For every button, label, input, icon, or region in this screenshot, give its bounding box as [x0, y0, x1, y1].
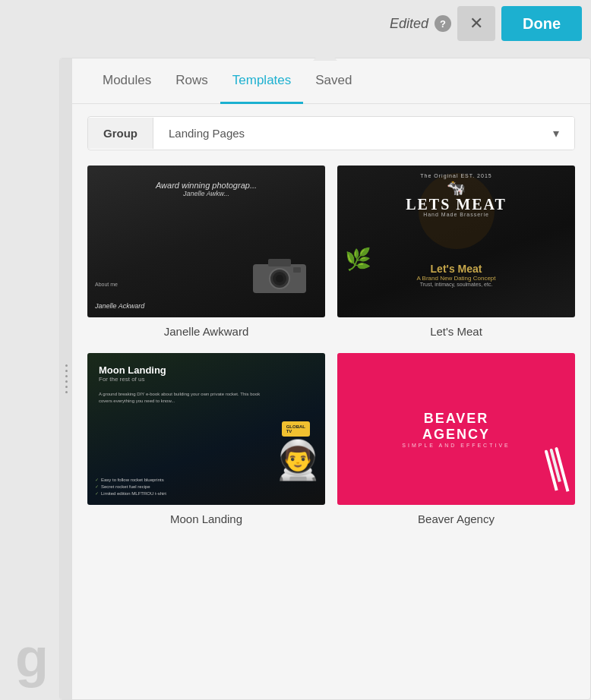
svg-point-4: [276, 275, 283, 282]
top-bar: Edited ? ✕ Done: [381, 0, 591, 47]
template-thumb-moon: Moon Landing For the rest of us A ground…: [87, 353, 325, 505]
moon-bullet-1: Easy to follow rocket blueprints: [95, 477, 166, 482]
template-grid: Award winning photograp... Janelle Awkw.…: [87, 166, 575, 528]
beaver-pencils-icon: [545, 447, 570, 495]
thumb-inner-moon: Moon Landing For the rest of us A ground…: [87, 353, 325, 505]
janelle-signature: Janelle Ackward: [95, 302, 144, 310]
drag-dot: [65, 370, 68, 372]
tab-saved[interactable]: Saved: [303, 58, 364, 104]
template-label-moon: Moon Landing: [87, 505, 325, 528]
panel-wrapper: Modules Rows Templates Saved Group Landi…: [59, 47, 591, 700]
tab-modules[interactable]: Modules: [90, 58, 163, 104]
drag-dot: [65, 380, 68, 383]
tabs-container: Modules Rows Templates Saved: [72, 58, 590, 104]
landing-pages-label: Landing Pages: [169, 127, 245, 140]
panel-arrow: [313, 47, 337, 61]
janelle-header-text: Award winning photograp... Janelle Awkw.…: [156, 181, 257, 197]
template-card-beaver[interactable]: BEAVER AGENCY SIMPLE AND EFFECTIVE Beav: [337, 353, 575, 528]
template-thumb-beaver: BEAVER AGENCY SIMPLE AND EFFECTIVE: [337, 353, 575, 505]
letsmeat-concept-sub: A Brand New Dating Concept: [416, 275, 495, 282]
drag-handle[interactable]: [60, 58, 72, 699]
letsmeat-subtitle: Hand Made Brasserie: [406, 212, 507, 217]
moon-bullet-2: Secret rocket fuel recipe: [95, 484, 166, 489]
moon-bullets-section: Easy to follow rocket blueprints Secret …: [95, 477, 166, 497]
moon-sub-title: For the rest of us: [99, 376, 166, 383]
tab-templates[interactable]: Templates: [220, 58, 303, 104]
thumb-inner-letsmeat: The Original EST. 2015 🐄 LETS MEAT Hand …: [337, 166, 575, 317]
template-label-letsmeat: Let's Meat: [337, 317, 575, 341]
svg-rect-5: [293, 267, 301, 273]
edited-label: Edited: [390, 16, 428, 32]
beaver-main-title: BEAVER AGENCY: [397, 411, 516, 443]
letsmeat-desc-text: Trust, intimacy, soulmates, etc.: [416, 282, 495, 287]
moon-astronaut-icon: 👨‍🚀: [274, 438, 321, 482]
camera-icon: [249, 253, 310, 295]
moon-tv-badge: GLOBALTV: [282, 421, 310, 437]
template-thumb-janelle: Award winning photograp... Janelle Awkw.…: [87, 166, 325, 317]
thumb-inner-beaver: BEAVER AGENCY SIMPLE AND EFFECTIVE: [337, 353, 575, 505]
done-button[interactable]: Done: [501, 6, 582, 41]
letsmeat-est-text: The Original EST. 2015: [406, 173, 507, 178]
template-label-beaver: Beaver Agency: [337, 505, 575, 528]
letsmeat-cow-icon: 🐄: [406, 178, 507, 197]
beaver-sub-title: SIMPLE AND EFFECTIVE: [397, 443, 516, 448]
chevron-down-icon: ▾: [553, 126, 559, 140]
panel: Modules Rows Templates Saved Group Landi…: [59, 58, 591, 700]
close-button[interactable]: ✕: [457, 6, 495, 41]
beaver-title-section: BEAVER AGENCY SIMPLE AND EFFECTIVE: [397, 411, 516, 448]
group-selector: Group Landing Pages ▾: [87, 116, 575, 150]
moon-bullet-3: Limited edition MLFTROU t-shirt: [95, 490, 166, 496]
moon-main-title: Moon Landing: [99, 364, 166, 376]
help-icon[interactable]: ?: [435, 15, 451, 32]
svg-rect-1: [268, 259, 291, 266]
template-label-janelle: Janelle Awkward: [87, 317, 325, 341]
drag-dot: [65, 364, 68, 367]
template-card-janelle[interactable]: Award winning photograp... Janelle Awkw.…: [87, 166, 325, 341]
moon-body-text: A ground breaking DIY e-book about build…: [99, 391, 264, 405]
template-card-moon[interactable]: Moon Landing For the rest of us A ground…: [87, 353, 325, 528]
letsmeat-concept-title: Let's Meat: [416, 263, 495, 275]
drag-dot: [65, 391, 68, 393]
letsmeat-main-title: LETS MEAT: [406, 197, 507, 212]
thumb-inner-janelle: Award winning photograp... Janelle Awkw.…: [87, 166, 325, 317]
letsmeat-herb-icon: 🌿: [345, 247, 371, 272]
janelle-name-text: Janelle Awkw...: [156, 190, 257, 197]
template-card-letsmeat[interactable]: The Original EST. 2015 🐄 LETS MEAT Hand …: [337, 166, 575, 341]
letsmeat-bottom-section: Let's Meat A Brand New Dating Concept Tr…: [416, 263, 495, 287]
moon-title-section: Moon Landing For the rest of us: [99, 364, 166, 383]
tab-rows[interactable]: Rows: [163, 58, 220, 104]
janelle-award-text: Award winning photograp...: [156, 181, 257, 190]
template-thumb-letsmeat: The Original EST. 2015 🐄 LETS MEAT Hand …: [337, 166, 575, 317]
drag-dot: [65, 375, 68, 377]
group-button[interactable]: Group: [88, 118, 153, 149]
janelle-about-label: About me: [95, 282, 118, 287]
letsmeat-header: The Original EST. 2015 🐄 LETS MEAT Hand …: [406, 173, 507, 217]
panel-content: Group Landing Pages ▾ Award winning phot…: [72, 104, 590, 698]
drag-dot: [65, 386, 68, 388]
landing-pages-button[interactable]: Landing Pages ▾: [153, 117, 574, 150]
